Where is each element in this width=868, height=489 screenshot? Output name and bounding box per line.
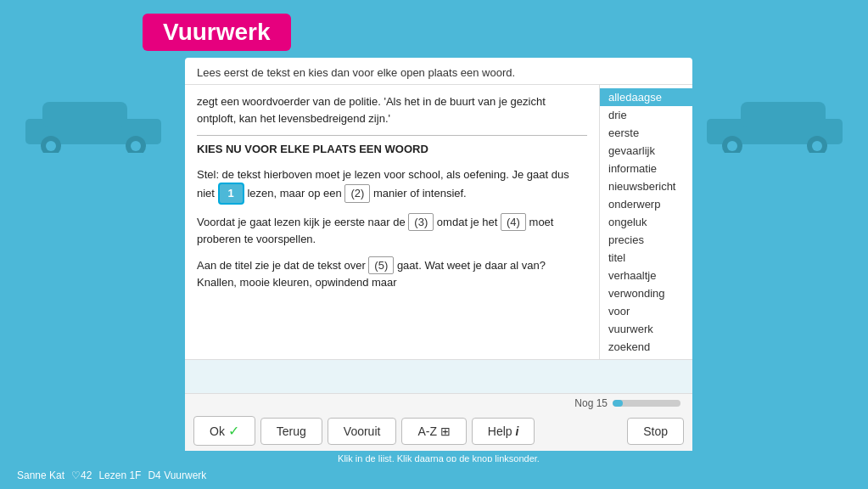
para2-start: Voordat je gaat lezen kijk je eerste naa…	[197, 216, 406, 228]
car-left-decoration	[17, 85, 170, 170]
word-list-item[interactable]: zoekend	[600, 338, 692, 356]
word-list-item[interactable]: onderwerp	[600, 195, 692, 213]
word-list-item[interactable]: alledaagse	[600, 88, 692, 106]
svg-point-10	[727, 141, 737, 151]
word-list-item[interactable]: ongeluk	[600, 213, 692, 231]
az-icon: ⊞	[440, 424, 451, 438]
az-label: A-Z	[417, 424, 437, 438]
button-row: Ok ✓ Terug Vooruit A-Z ⊞ Help i Stop	[185, 411, 692, 451]
word-list-item[interactable]: precies	[600, 231, 692, 249]
ok-checkmark: ✓	[228, 424, 239, 438]
blank-5: (5)	[368, 256, 394, 275]
ok-button[interactable]: Ok ✓	[193, 416, 255, 446]
footer: Nog 15 Ok ✓ Terug Vooruit A-Z ⊞ Help i S…	[185, 393, 692, 466]
section-title: KIES NU VOOR ELKE PLAATS EEN WOORD	[197, 141, 587, 158]
status-course: D4 Vuurwerk	[148, 469, 206, 481]
stop-button[interactable]: Stop	[627, 418, 684, 445]
text-area: zegt een woordvoerder van de politie. 'A…	[185, 85, 599, 359]
word-list-item[interactable]: vuurwerk	[600, 320, 692, 338]
para1-b: lezen, maar op een	[247, 187, 341, 200]
instruction-text: Lees eerst de tekst en kies dan voor elk…	[185, 58, 692, 85]
word-list-item[interactable]: eerste	[600, 124, 692, 142]
content-row: zegt een woordvoerder van de politie. 'A…	[185, 85, 692, 359]
answer-area	[185, 359, 692, 393]
svg-rect-1	[42, 102, 127, 127]
word-list-item[interactable]: verwonding	[600, 284, 692, 302]
svg-rect-7	[741, 102, 826, 127]
paragraph-2: Voordat je gaat lezen kijk je eerste naa…	[197, 213, 587, 248]
progress-label: Nog 15	[574, 397, 608, 409]
paragraph-3: Aan de titel zie je dat de tekst over (5…	[197, 256, 587, 291]
divider	[197, 135, 587, 136]
status-bar: Sanne Kat ♡42 Lezen 1F D4 Vuurwerk	[0, 462, 868, 489]
svg-point-4	[46, 141, 56, 151]
svg-point-5	[131, 141, 141, 151]
para1-c: manier of intensief.	[373, 187, 467, 200]
help-icon: i	[516, 424, 519, 438]
word-list: alledaagsedrieeerstegevaarlijkinformatie…	[599, 85, 692, 359]
help-label: Help	[488, 424, 512, 438]
ok-label: Ok	[210, 424, 225, 438]
car-right-decoration	[698, 85, 851, 170]
status-level: Lezen 1F	[98, 469, 141, 481]
logo: Vuurwerk	[143, 14, 291, 51]
word-list-item[interactable]: nieuwsbericht	[600, 177, 692, 195]
word-list-item[interactable]: titel	[600, 249, 692, 267]
scroll-text: zegt een woordvoerder van de politie. 'A…	[197, 93, 587, 126]
svg-point-11	[812, 141, 822, 151]
main-dialog: Lees eerst de tekst en kies dan voor elk…	[185, 58, 692, 466]
word-list-item[interactable]: voor	[600, 302, 692, 320]
progress-bar-fill	[613, 400, 623, 407]
forward-button[interactable]: Vooruit	[328, 418, 397, 445]
help-button[interactable]: Help i	[472, 418, 535, 445]
paragraph-1: Stel: de tekst hierboven moet je lezen v…	[197, 166, 587, 205]
blank-1[interactable]: 1	[218, 183, 244, 205]
word-list-item[interactable]: drie	[600, 106, 692, 124]
word-list-item[interactable]: informatie	[600, 160, 692, 177]
para3-start: Aan de titel zie je dat de tekst over	[197, 259, 366, 272]
blank-4: (4)	[501, 213, 526, 232]
blank-2: (2)	[344, 184, 370, 203]
word-list-item[interactable]: gevaarlijk	[600, 142, 692, 160]
bg-top	[0, 0, 868, 59]
word-list-item[interactable]: verhaaltje	[600, 267, 692, 284]
progress-bar-bg	[613, 400, 680, 407]
az-button[interactable]: A-Z ⊞	[401, 418, 466, 445]
status-user: Sanne Kat	[17, 469, 64, 481]
back-button[interactable]: Terug	[260, 418, 322, 445]
progress-row: Nog 15	[185, 394, 692, 411]
blank-3: (3)	[408, 213, 434, 232]
status-heart: ♡42	[71, 469, 92, 481]
para2-mid: omdat je het	[437, 216, 498, 228]
